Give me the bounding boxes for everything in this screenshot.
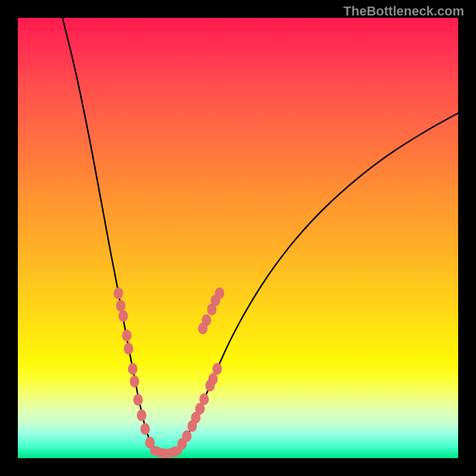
data-point-marker	[208, 373, 218, 385]
data-point-marker	[114, 287, 123, 299]
data-point-marker	[215, 287, 224, 299]
data-point-marker	[182, 430, 192, 442]
watermark-text: TheBottleneck.com	[343, 4, 464, 19]
chart-area	[18, 18, 458, 458]
data-point-marker	[133, 394, 143, 406]
data-point-marker	[212, 363, 222, 375]
data-point-marker	[199, 393, 209, 405]
data-point-marker	[122, 330, 131, 342]
chart-svg	[18, 18, 458, 458]
data-point-marker	[130, 375, 139, 387]
data-point-marker	[137, 409, 146, 421]
bottleneck-curve	[62, 18, 458, 453]
data-point-marker	[118, 310, 128, 322]
data-markers	[114, 287, 224, 458]
data-point-marker	[202, 314, 211, 326]
data-point-marker	[140, 423, 150, 435]
data-point-marker	[116, 300, 126, 312]
data-point-marker	[128, 363, 137, 375]
data-point-marker	[124, 343, 133, 355]
